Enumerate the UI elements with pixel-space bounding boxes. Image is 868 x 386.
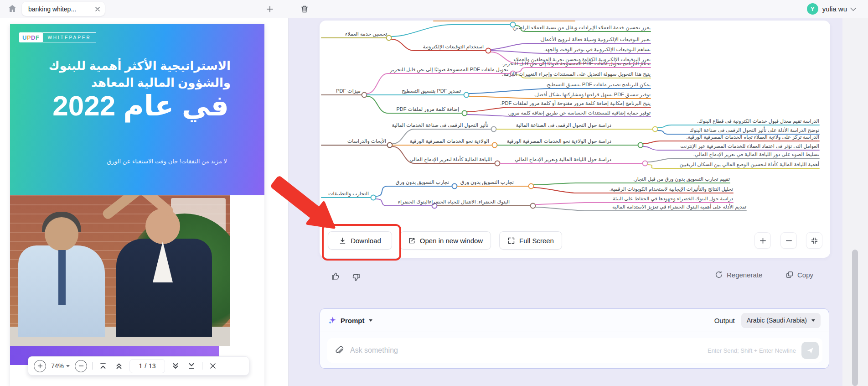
chevron-down-icon [850,5,856,11]
mindmap-node-label[interactable]: تحويل ملفات PDF الممسوحة ضوئيًا إلى نص ق… [390,67,508,73]
mindmap-leaf-label: الدراسة تركز على ولاءية العملاء تجاه الخ… [687,134,819,140]
mindmap-zoom-out-button[interactable] [780,232,797,249]
account-menu[interactable]: Y yulia wu [807,3,855,15]
cover-gradient: UPDF WHITEPAPER الاستراتيجية الأكثر أهمي… [10,24,264,195]
full-screen-button[interactable]: Full Screen [499,231,562,250]
mindmap-leaf-label: يمكن للبرنامج تصدير ملفات PDF بتنسيق الت… [546,82,651,88]
mindmap-leaf-label: تساهم التوقيعات الإلكترونية في توفير الو… [543,47,651,52]
zoom-level-value: 74% [51,362,64,370]
top-bar: banking whitep... Y yulia wu [0,0,868,18]
page-current: 1 [139,362,142,370]
mindmap-leaf-label: توفير حماية إضافية للمستندات الحساسة عن … [508,110,651,116]
mindmap-leaf-label: تعتبر التوقيعات الإلكترونية وسيلة فعالة … [539,37,651,42]
mindmap-leaf-label: تقديم الأدلة على أهمية البنوك الخضراء في… [612,204,746,210]
thumbs-down-button[interactable] [350,271,362,283]
first-page-button[interactable] [98,360,108,371]
open-in-new-window-button[interactable]: Open in new window [400,231,491,250]
mindmap-leaf-label: أهمية اللياقة المالية كأداة لتحسين الوضع… [679,162,819,167]
page-separator: / [145,362,146,370]
mindmap-canvas[interactable]: تحسين خدمة العملاء استخدام التوقيعات الإ… [320,21,830,221]
next-page-button[interactable] [170,360,181,371]
document-tab[interactable]: banking whitep... [22,2,105,16]
mindmap-node-label[interactable]: الولاءية نحو الخدمات المصرفية الورقية [410,138,489,144]
page-scrollbar[interactable] [842,18,868,386]
mindmap-node-label[interactable]: تجارب التسويق بدون ورق [460,179,514,185]
updf-whitepaper-badge: UPDF WHITEPAPER [19,32,96,42]
toolbar-divider [92,362,93,370]
fullscreen-icon [507,237,515,245]
last-page-button[interactable] [186,360,197,371]
avatar: Y [807,3,818,15]
previous-page-button[interactable] [114,360,124,371]
sparkle-icon [328,316,336,324]
toolbar-divider [202,362,202,370]
mindmap-leaf-label: تقييم تجارب التسويق بدون ورق من قبل التج… [633,176,730,182]
mindmap-node-label[interactable]: تصدير PDF بتنسيق التسطيح [402,88,461,94]
copy-icon [785,271,794,279]
mindmap-leaf-label: العوامل التي تؤثر في اعتماد العملاء للخد… [680,143,819,149]
delete-chat-icon[interactable] [299,3,310,15]
send-button[interactable] [801,342,819,359]
thumbs-up-button[interactable] [330,270,341,282]
zoom-in-button[interactable] [34,360,46,372]
scrollbar-thumb[interactable] [852,250,858,386]
cover-title: الاستراتيجية الأكثر أهمية للبنوك والشؤون… [49,57,231,91]
send-hint: Enter Send; Shift + Enter Newline [708,347,796,354]
output-label: Output [714,317,735,324]
zoom-out-button[interactable] [75,360,87,372]
output-language-select[interactable]: Arabic (Saudi Arabia) [741,313,821,328]
external-link-icon [408,237,416,245]
updf-logo: UPDF [19,32,42,42]
zoom-level-dropdown[interactable]: 74% [51,362,70,370]
mindmap-leaf-label: يتيح هذا التحويل سهولة التعديل على المست… [502,71,651,77]
cover-photo [10,195,230,346]
mindmap-node-label[interactable]: إضافة كلمة مرور لملفات PDF [397,106,459,112]
mindmap-leaf-label: دراسة حول البنوك الخضراء وجهودها في الحف… [611,196,733,202]
new-tab-button[interactable] [264,4,275,15]
mindmap-node-label[interactable]: تجارب التسويق بدون ورق [396,179,449,185]
mindmap-node-label[interactable]: دراسة حول التحول الرقمي في الصناعة المال… [516,122,611,128]
paperclip-icon[interactable] [335,346,344,355]
prompt-panel: Prompt Output Arabic (Saudi Arabia) Ente… [320,308,829,369]
cover-title-year: في عام 2022 [52,89,229,122]
pdf-toolbar: 74% 1 / 13 [28,356,249,376]
regenerate-button[interactable]: Regenerate [715,271,762,279]
mindmap-node-label[interactable]: دراسة حول اللياقة المالية وتعزيز الإدماج… [515,156,611,162]
caret-down-icon [811,319,815,322]
mindmap-leaf-label: يعزز تحسين خدمة العملاء الإيرادات ويقلل … [512,25,651,31]
mindmap-node-label[interactable]: البنوك الخضراء [398,199,429,205]
chat-input[interactable] [349,346,702,355]
mindmap-node-label[interactable]: تأثير التحول الرقمي في صناعة الخدمات الم… [392,122,488,128]
send-icon [806,346,814,355]
mindmap-leaf-label: تحليل النتائج والتأثيرات الإيجابية لاستخ… [610,186,733,192]
caret-down-icon [369,319,372,322]
fit-view-button[interactable] [806,232,822,249]
download-button[interactable]: Download [328,231,392,250]
collapse-icon [811,237,818,245]
mindmap-node-label[interactable]: دراسة حول الولاءية نحو الخدمات المصرفية … [507,138,611,144]
mindmap-branch-label[interactable]: التجارب والتطبيقات [328,191,369,197]
copy-button[interactable]: Copy [785,271,813,279]
prompt-dropdown[interactable]: Prompt [328,316,372,324]
mindmap-leaf-label: توضح الدراسة الأدلة على تأثير التحول الر… [689,127,819,133]
mindmap-node-label[interactable]: استخدام التوقيعات الإلكترونية [423,44,484,50]
mindmap-zoom-in-button[interactable] [754,232,771,249]
tab-title: banking whitep... [28,5,95,13]
page-total: 13 [149,362,156,370]
mindmap-leaf-label: يتيح البرنامج إمكانية إضافة كلمة مرور مف… [500,100,651,106]
user-name: yulia wu [822,5,847,13]
mindmap-node-label[interactable]: البنوك الخضراء: الانتقال للحياة الخضراء [429,199,510,205]
mindmap-node-label[interactable]: اللياقة المالية كأداة لتعزيز الإدماج الم… [409,156,492,162]
chat-input-box: Enter Send; Shift + Enter Newline [327,338,822,363]
page-number-input[interactable]: 1 / 13 [129,359,165,373]
home-icon[interactable] [7,4,18,15]
cover-subtitle: لا مزيد من النفقات! حان وقت الاستغناء عن… [107,158,227,165]
tab-close-icon[interactable] [95,6,100,12]
mindmap-branch-label[interactable]: ميزات PDF [336,88,361,94]
pdf-viewer-panel: UPDF WHITEPAPER الاستراتيجية الأكثر أهمي… [0,18,289,386]
whitepaper-tag: WHITEPAPER [42,32,96,42]
download-icon [339,237,346,245]
mindmap-branch-label[interactable]: الأبحاث والدراسات [347,138,386,144]
mindmap-branch-label[interactable]: تحسين خدمة العملاء [345,31,387,37]
close-toolbar-button[interactable] [207,360,218,371]
